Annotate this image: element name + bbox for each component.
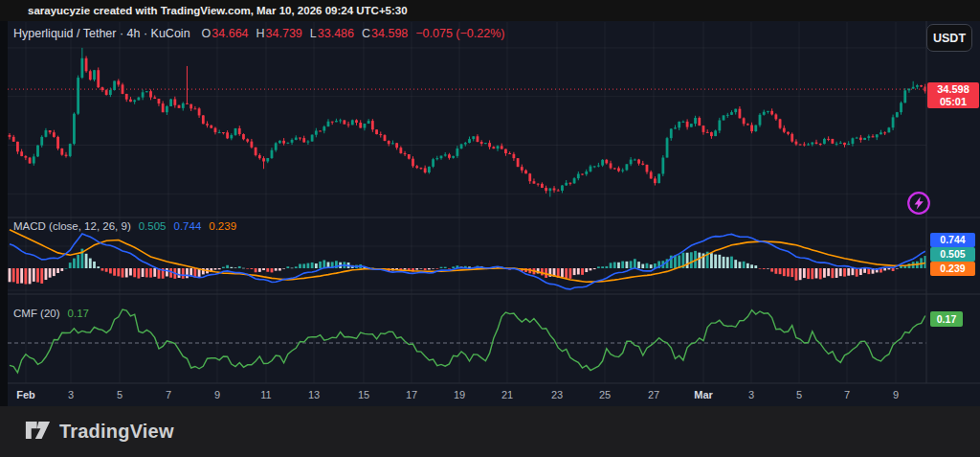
current-price: 34.598 (937, 83, 969, 96)
time-axis-label: 11 (260, 389, 271, 400)
time-axis-label: 9 (893, 389, 899, 400)
ohlc-values: O34.664 H34.739 L33.486 C34.598 −0.075 (… (202, 27, 505, 40)
symbol-description: Hyperliquid / Tether · 4h · KuCoin (13, 27, 190, 40)
time-axis-label: 3 (748, 389, 754, 400)
ohlc-low: L33.486 (310, 27, 354, 40)
time-axis-label: 21 (501, 389, 513, 400)
time-axis-label: 5 (117, 389, 122, 400)
macd-line-value: 0.744 (174, 220, 202, 232)
time-axis-label: 25 (599, 389, 611, 400)
time-axis-label: 7 (166, 389, 171, 400)
attribution-text: sarayucyzie created with TradingView.com… (28, 5, 408, 16)
tradingview-logo-icon[interactable] (25, 419, 51, 446)
time-axis-label: 3 (68, 389, 74, 400)
time-axis-label: 27 (648, 389, 659, 400)
ohlc-close: C34.598 (362, 27, 408, 40)
tradingview-brand-text[interactable]: TradingView (59, 421, 174, 443)
price-scale[interactable]: 30.000 26.000 −1.000 0.00 −0.20 (926, 21, 980, 383)
time-axis-label: 15 (358, 389, 369, 400)
cmf-badge: 0.17 (930, 311, 963, 327)
macd-hist-value: 0.505 (139, 220, 167, 232)
tradingview-chart-widget: sarayucyzie created with TradingView.com… (0, 0, 980, 457)
cmf-legend[interactable]: CMF (20) 0.17 (13, 308, 89, 319)
cmf-legend-title: CMF (20) (13, 308, 60, 319)
time-scale[interactable]: Feb3579111315171921232527Mar3579 (0, 383, 980, 406)
time-axis-label: 5 (796, 389, 802, 400)
boost-lightning-icon[interactable] (905, 190, 932, 217)
time-axis-label: Mar (694, 389, 713, 400)
time-axis-label: 17 (406, 389, 417, 400)
macd-hist-badge: 0.505 (930, 247, 975, 262)
macd-legend[interactable]: MACD (close, 12, 26, 9) 0.505 0.744 0.23… (13, 220, 236, 232)
macd-line-badge: 0.744 (930, 233, 975, 247)
macd-signal-value: 0.239 (209, 220, 236, 232)
chart-canvas[interactable]: Hyperliquid / Tether · 4h · KuCoin O34.6… (0, 21, 980, 406)
macd-signal-badge: 0.239 (930, 262, 975, 276)
price-change: −0.075 (−0.22%) (415, 27, 504, 40)
time-axis-label: 19 (454, 389, 465, 400)
bar-countdown: 05:01 (940, 96, 967, 108)
footer-bar: TradingView (0, 406, 980, 457)
macd-legend-title: MACD (close, 12, 26, 9) (13, 220, 131, 232)
attribution-bar: sarayucyzie created with TradingView.com… (0, 0, 980, 21)
main-symbol-legend[interactable]: Hyperliquid / Tether · 4h · KuCoin O34.6… (13, 27, 504, 40)
current-price-badge: 34.598 05:01 (927, 82, 979, 108)
time-axis-label: 23 (551, 389, 563, 400)
chart-left-margin (0, 21, 8, 406)
cmf-value: 0.17 (68, 308, 89, 319)
time-axis-label: 13 (308, 389, 320, 400)
ohlc-high: H34.739 (256, 27, 302, 40)
ohlc-open: O34.664 (202, 27, 249, 40)
time-axis-label: Feb (16, 389, 35, 400)
time-axis-label: 7 (844, 389, 850, 400)
chart-plot[interactable] (0, 21, 980, 406)
time-axis-label: 9 (214, 389, 220, 400)
